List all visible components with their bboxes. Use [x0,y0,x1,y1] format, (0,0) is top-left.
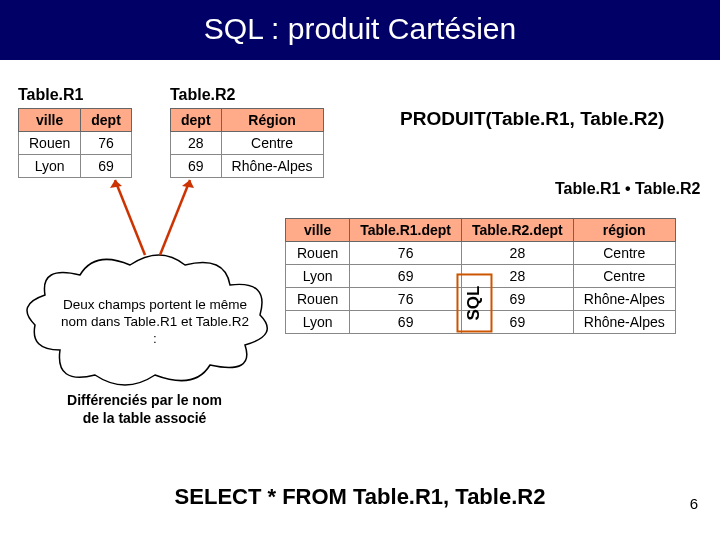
svg-line-2 [160,180,190,255]
r2-cell: 28 [171,132,222,155]
result-cell: Lyon [286,265,350,288]
result-cell: Centre [573,242,675,265]
result-cell: 76 [350,288,462,311]
result-cell: Rouen [286,288,350,311]
result-cell: 69 [350,311,462,334]
r1-header-ville: ville [19,109,81,132]
r2-header-dept: dept [171,109,222,132]
result-cell: Lyon [286,311,350,334]
result-header: région [573,219,675,242]
produit-label: PRODUIT(Table.R1, Table.R2) [400,108,664,130]
result-cell: 69 [350,265,462,288]
table-r1-label: Table.R1 [18,86,84,104]
result-cell: Centre [573,265,675,288]
result-cell: Rhône-Alpes [573,311,675,334]
result-header: Table.R2.dept [462,219,574,242]
r1-header-dept: dept [81,109,132,132]
arrow-icon [140,170,240,270]
cloud-text: Deux champs portent le même nom dans Tab… [60,275,250,370]
result-cell: 28 [462,242,574,265]
slide-title: SQL : produit Cartésien [0,12,720,46]
sql-box: SQL [456,274,492,333]
select-statement: SELECT * FROM Table.R1, Table.R2 [0,484,720,510]
result-header: Table.R1.dept [350,219,462,242]
r1-cell: Rouen [19,132,81,155]
r1-cell: Lyon [19,155,81,178]
table-r1: ville dept Rouen 76 Lyon 69 [18,108,132,178]
r1-cell: 76 [81,132,132,155]
r2-cell: Centre [221,132,323,155]
table-r2: dept Région 28 Centre 69 Rhône-Alpes [170,108,324,178]
r2-header-region: Région [221,109,323,132]
result-header: ville [286,219,350,242]
result-label: Table.R1 • Table.R2 [555,180,701,198]
page-number: 6 [690,495,698,512]
table-r2-label: Table.R2 [170,86,236,104]
diff-label: Différenciés par le nom de la table asso… [62,392,227,427]
svg-marker-1 [110,180,122,188]
result-cell: Rhône-Alpes [573,288,675,311]
result-cell: Rouen [286,242,350,265]
result-cell: 76 [350,242,462,265]
svg-marker-3 [182,180,194,188]
title-bar: SQL : produit Cartésien [0,0,720,60]
